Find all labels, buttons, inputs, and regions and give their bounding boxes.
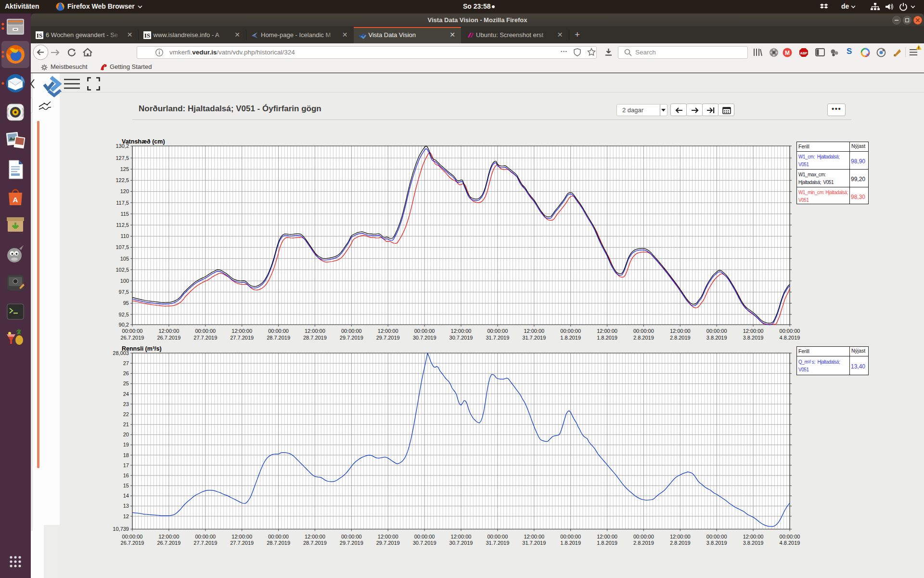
svg-text:102,5: 102,5 <box>116 267 129 273</box>
svg-text:30.7.2019: 30.7.2019 <box>413 335 436 341</box>
svg-text:12:00:00: 12:00:00 <box>378 328 398 334</box>
svg-text:00:00:00: 00:00:00 <box>268 328 289 334</box>
svg-text:2.8.2019: 2.8.2019 <box>633 540 654 546</box>
svg-text:1.8.2019: 1.8.2019 <box>597 540 617 546</box>
svg-text:12:00:00: 12:00:00 <box>378 534 398 539</box>
svg-text:10,739: 10,739 <box>113 526 129 532</box>
svg-text:26: 26 <box>123 370 129 376</box>
svg-text:23: 23 <box>123 401 129 407</box>
svg-text:26.7.2019: 26.7.2019 <box>157 540 180 546</box>
svg-text:12:00:00: 12:00:00 <box>597 328 617 334</box>
svg-text:31.7.2019: 31.7.2019 <box>486 540 509 546</box>
svg-text:31.7.2019: 31.7.2019 <box>522 540 546 546</box>
svg-text:12:00:00: 12:00:00 <box>451 534 472 539</box>
svg-text:00:00:00: 00:00:00 <box>122 328 143 334</box>
svg-text:19: 19 <box>123 442 129 447</box>
svg-text:27.7.2019: 27.7.2019 <box>193 540 217 546</box>
svg-text:12:00:00: 12:00:00 <box>743 328 764 334</box>
svg-text:27: 27 <box>123 360 129 366</box>
svg-text:28.7.2019: 28.7.2019 <box>267 540 290 546</box>
svg-text:130,2: 130,2 <box>116 143 129 149</box>
svg-text:107,5: 107,5 <box>116 244 129 250</box>
svg-text:4.8.2019: 4.8.2019 <box>780 540 800 546</box>
svg-text:28.7.2019: 28.7.2019 <box>303 335 327 341</box>
svg-text:12:00:00: 12:00:00 <box>158 534 179 539</box>
svg-text:31.7.2019: 31.7.2019 <box>486 335 509 341</box>
svg-text:00:00:00: 00:00:00 <box>414 328 435 334</box>
svg-text:1.8.2019: 1.8.2019 <box>597 335 617 341</box>
svg-text:12:00:00: 12:00:00 <box>670 328 691 334</box>
svg-text:2.8.2019: 2.8.2019 <box>633 335 654 341</box>
svg-text:Rennsli (m³/s): Rennsli (m³/s) <box>122 345 162 352</box>
svg-text:30.7.2019: 30.7.2019 <box>413 540 436 546</box>
svg-text:IS: IS <box>144 32 150 39</box>
svg-text:127,5: 127,5 <box>116 155 129 161</box>
svg-text:15: 15 <box>123 483 129 488</box>
svg-text:00:00:00: 00:00:00 <box>414 534 435 539</box>
svg-text:3.8.2019: 3.8.2019 <box>743 335 764 341</box>
svg-text:A: A <box>13 196 18 204</box>
svg-text:92,5: 92,5 <box>119 312 129 317</box>
svg-text:22: 22 <box>123 411 129 417</box>
svg-text:24: 24 <box>123 391 129 397</box>
svg-text:110: 110 <box>120 233 129 239</box>
svg-text:00:00:00: 00:00:00 <box>633 328 654 334</box>
svg-text:00:00:00: 00:00:00 <box>633 534 654 539</box>
svg-text:00:00:00: 00:00:00 <box>780 328 800 334</box>
svg-text:00:00:00: 00:00:00 <box>341 534 362 539</box>
svg-text:25: 25 <box>123 381 129 386</box>
svg-text:00:00:00: 00:00:00 <box>487 328 508 334</box>
svg-text:1.8.2019: 1.8.2019 <box>560 335 581 341</box>
svg-text:29.7.2019: 29.7.2019 <box>340 540 363 546</box>
svg-text:3.8.2019: 3.8.2019 <box>706 540 727 546</box>
svg-text:13: 13 <box>123 503 129 509</box>
svg-text:2.8.2019: 2.8.2019 <box>670 540 691 546</box>
svg-text:26.7.2019: 26.7.2019 <box>121 540 144 546</box>
svg-text:00:00:00: 00:00:00 <box>122 534 143 539</box>
svg-text:12:00:00: 12:00:00 <box>231 328 252 334</box>
svg-text:00:00:00: 00:00:00 <box>195 534 216 539</box>
svg-text:120: 120 <box>120 188 129 194</box>
svg-text:00:00:00: 00:00:00 <box>560 328 581 334</box>
svg-text:12:00:00: 12:00:00 <box>231 534 252 539</box>
svg-text:M: M <box>785 50 790 56</box>
svg-text:115: 115 <box>120 211 129 217</box>
svg-text:12:00:00: 12:00:00 <box>524 328 544 334</box>
svg-text:27.7.2019: 27.7.2019 <box>193 335 217 341</box>
svg-text:17: 17 <box>123 462 129 468</box>
svg-text:29.7.2019: 29.7.2019 <box>340 335 363 341</box>
svg-text:IS: IS <box>37 32 42 39</box>
svg-text:122,5: 122,5 <box>116 177 129 183</box>
svg-text:18: 18 <box>123 452 129 458</box>
svg-text:00:00:00: 00:00:00 <box>341 328 362 334</box>
svg-text:29.7.2019: 29.7.2019 <box>376 540 400 546</box>
svg-text:12: 12 <box>123 513 129 519</box>
svg-text:31.7.2019: 31.7.2019 <box>522 335 546 341</box>
svg-text:00:00:00: 00:00:00 <box>706 328 727 334</box>
svg-text:00:00:00: 00:00:00 <box>706 534 727 539</box>
svg-text:3.8.2019: 3.8.2019 <box>743 540 764 546</box>
svg-text:12:00:00: 12:00:00 <box>597 534 617 539</box>
svg-text:100: 100 <box>120 278 129 284</box>
svg-text:16: 16 <box>123 473 129 478</box>
svg-text:3.8.2019: 3.8.2019 <box>706 335 727 341</box>
svg-text:27.7.2019: 27.7.2019 <box>230 540 254 546</box>
svg-text:26.7.2019: 26.7.2019 <box>121 335 144 341</box>
svg-text:12:00:00: 12:00:00 <box>743 534 764 539</box>
svg-text:1.8.2019: 1.8.2019 <box>560 540 581 546</box>
svg-text:97,5: 97,5 <box>119 289 129 295</box>
svg-text:12:00:00: 12:00:00 <box>305 534 325 539</box>
svg-text:90,2: 90,2 <box>119 322 129 328</box>
svg-text:28.7.2019: 28.7.2019 <box>303 540 327 546</box>
svg-text:12:00:00: 12:00:00 <box>158 328 179 334</box>
svg-text:28,003: 28,003 <box>113 350 129 356</box>
svg-text:20: 20 <box>123 432 129 437</box>
svg-text:27.7.2019: 27.7.2019 <box>230 335 254 341</box>
svg-text:ABP: ABP <box>800 52 808 55</box>
svg-text:12:00:00: 12:00:00 <box>305 328 325 334</box>
svg-text:4.8.2019: 4.8.2019 <box>780 335 800 341</box>
svg-text:Vatnshæð (cm): Vatnshæð (cm) <box>122 138 165 145</box>
svg-text:112,5: 112,5 <box>116 222 129 228</box>
svg-text:00:00:00: 00:00:00 <box>780 534 800 539</box>
svg-text:30.7.2019: 30.7.2019 <box>449 335 473 341</box>
